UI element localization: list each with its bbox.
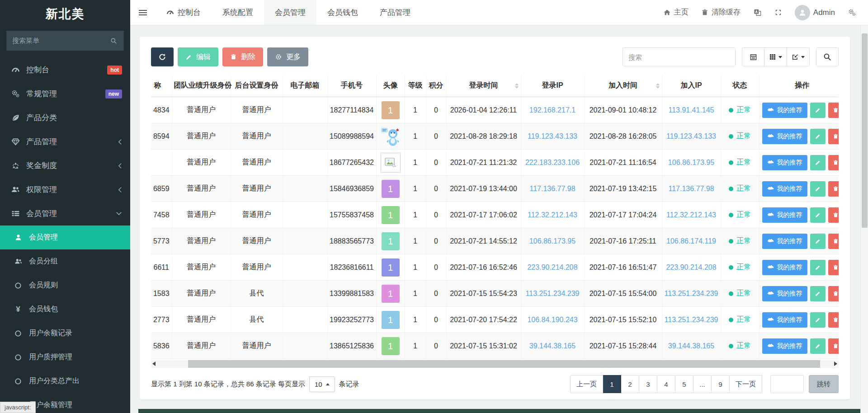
table-row[interactable]: 8594 普通用户 普通用户 15089988594 1 0 2021-08-2… [151,123,839,150]
join-ip-link[interactable]: 119.123.43.133 [666,132,716,140]
table-search-input[interactable] [623,47,736,66]
sidebar-item-general[interactable]: 常规管理 new [0,82,130,106]
page-size-select[interactable]: 10 [309,376,335,392]
row-delete-button[interactable] [828,103,839,118]
my-referrals-button[interactable]: 我的推荐 [762,338,807,354]
my-referrals-button[interactable]: 我的推荐 [762,234,807,249]
vertical-scrollbar-thumb[interactable] [862,33,868,228]
page-ellipsis[interactable]: ... [693,375,712,393]
table-row[interactable]: 4834 普通用户 普通用户 18277114834 1 1 0 2026-01… [151,97,839,123]
edit-button[interactable]: 编辑 [178,47,218,66]
sidebar-item-dashboard[interactable]: 控制台 hot [0,58,130,82]
table-row[interactable]: 2773 普通用户 县代 19923252773 1 1 0 2021-07-2… [151,307,839,333]
table-row[interactable]: 5836 普通用户 普通用户 13865125836 1 1 0 2021-07… [151,333,839,359]
join-ip-link[interactable]: 223.90.214.208 [666,263,716,271]
join-ip-link[interactable]: 113.251.234.239 [665,316,718,324]
col-team-role[interactable]: 团队业绩升级身份 [172,75,231,97]
table-row[interactable]: 6859 普通用户 普通用户 15846936859 1 1 0 2021-07… [151,176,839,202]
page-button-1[interactable]: 1 [603,375,621,393]
page-button-2[interactable]: 2 [621,375,639,393]
settings-button[interactable] [848,8,856,17]
join-ip-link[interactable]: 106.86.173.95 [668,159,714,166]
row-edit-button[interactable] [810,181,826,197]
row-delete-button[interactable] [828,181,839,197]
table-row[interactable]: 6611 普通用户 普通用户 18236816611 1 1 0 2021-07… [151,254,839,281]
columns-button[interactable] [764,47,787,66]
tab-member-manage[interactable]: 会员管理 [264,0,316,25]
language-button[interactable] [753,8,762,17]
scroll-right-arrow-icon[interactable] [834,361,837,366]
my-referrals-button[interactable]: 我的推荐 [762,207,807,223]
tab-system-config[interactable]: 系统配置 [212,0,264,25]
col-status[interactable]: 状态 [721,75,759,97]
row-edit-button[interactable] [810,260,826,275]
login-ip-link[interactable]: 39.144.38.165 [529,342,576,350]
login-ip-link[interactable]: 222.183.233.106 [525,159,580,166]
export-button[interactable] [787,47,810,66]
my-referrals-button[interactable]: 我的推荐 [762,181,807,197]
sidebar-subitem-member-rules[interactable]: 会员规则 [0,273,130,297]
login-ip-link[interactable]: 119.123.43.133 [528,132,577,140]
sidebar-search-input[interactable]: 搜索菜单 [6,31,124,51]
login-ip-link[interactable]: 106.84.190.243 [527,316,577,324]
my-referrals-button[interactable]: 我的推荐 [762,155,807,170]
sidebar-subitem-balance-records[interactable]: 用户余额记录 [0,321,130,345]
sidebar-item-product-manage[interactable]: 产品管理 [0,130,130,154]
row-edit-button[interactable] [810,207,826,223]
my-referrals-button[interactable]: 我的推荐 [762,129,807,144]
user-menu[interactable]: Admin [795,5,835,20]
tab-product-manage[interactable]: 产品管理 [369,0,421,25]
row-delete-button[interactable] [828,312,839,328]
row-delete-button[interactable] [828,155,839,170]
row-edit-button[interactable] [810,155,826,170]
sidebar-subitem-member-groups[interactable]: 会员分组 [0,249,130,273]
my-referrals-button[interactable]: 我的推荐 [762,286,807,301]
my-referrals-button[interactable]: 我的推荐 [762,312,807,328]
sort-icon[interactable] [515,83,519,89]
login-ip-link[interactable]: 113.251.234.239 [526,290,580,297]
row-edit-button[interactable] [810,312,826,328]
row-delete-button[interactable] [828,338,839,354]
page-button-9[interactable]: 9 [712,375,730,393]
tab-dashboard[interactable]: 控制台 [156,0,212,25]
table-row[interactable]: 1583 普通用户 县代 13399881583 1 1 0 2021-07-1… [151,281,839,307]
col-login-ip[interactable]: 登录IP [521,75,584,97]
row-edit-button[interactable] [810,234,826,249]
row-delete-button[interactable] [828,234,839,249]
scroll-left-arrow-icon[interactable] [152,361,156,366]
detail-view-button[interactable] [742,47,764,66]
sidebar-subitem-member-manage[interactable]: 会员管理 [0,225,130,249]
clear-cache-button[interactable]: 清除缓存 [701,8,741,17]
join-ip-link[interactable]: 117.136.77.98 [668,185,714,192]
sort-icon[interactable] [656,83,660,89]
join-ip-link[interactable]: 113.251.234.239 [665,290,718,297]
prev-page-button[interactable]: 上一页 [570,375,603,393]
col-points[interactable]: 积分 [426,75,446,97]
login-ip-link[interactable]: 192.168.217.1 [529,106,576,114]
login-ip-link[interactable]: 106.86.173.95 [529,237,576,245]
join-ip-link[interactable]: 39.144.38.165 [668,342,714,350]
col-phone[interactable]: 手机号 [327,75,376,97]
my-referrals-button[interactable]: 我的推荐 [762,260,807,275]
row-delete-button[interactable] [828,260,839,275]
row-delete-button[interactable] [828,129,839,144]
horizontal-scrollbar-thumb[interactable] [188,360,820,368]
row-edit-button[interactable] [810,103,826,118]
table-row[interactable]: 普通用户 普通用户 18677265432 1 0 2021-07-21 11:… [151,150,839,176]
table-row[interactable]: 5773 普通用户 普通用户 18883565773 1 1 0 2021-07… [151,228,839,254]
col-login-time[interactable]: 登录时间 [446,75,521,97]
delete-button[interactable]: 删除 [222,47,263,66]
row-edit-button[interactable] [810,338,826,354]
fullscreen-button[interactable] [774,9,782,16]
more-button[interactable]: 更多 [267,47,308,66]
join-ip-link[interactable]: 112.32.212.143 [666,211,716,219]
col-level[interactable]: 等级 [405,75,426,97]
join-ip-link[interactable]: 113.91.41.145 [668,106,714,114]
sidebar-item-product-category[interactable]: 产品分类 [0,106,130,130]
col-email[interactable]: 电子邮箱 [283,75,327,97]
table-row[interactable]: 7458 普通用户 普通用户 15755837458 1 1 0 2021-07… [151,202,839,228]
page-button-3[interactable]: 3 [639,375,657,393]
horizontal-scrollbar[interactable] [151,360,839,368]
next-page-button[interactable]: 下一页 [730,375,762,393]
col-join-time[interactable]: 加入时间 [584,75,662,97]
